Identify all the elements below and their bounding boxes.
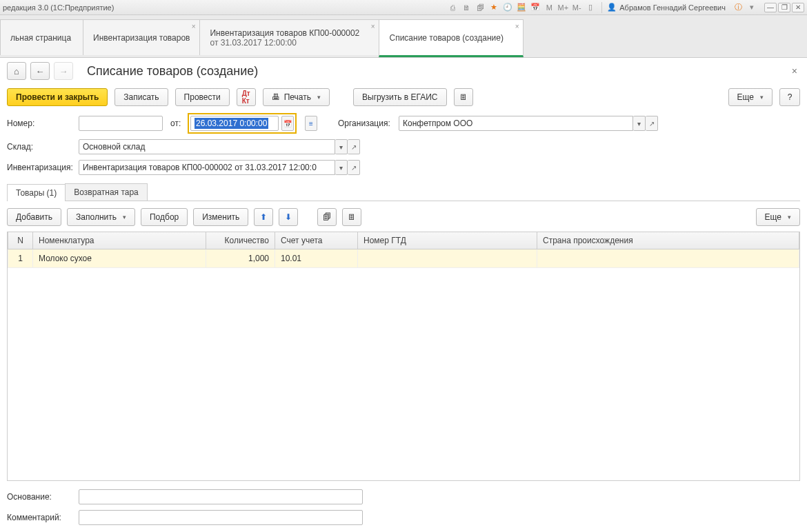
dropdown-icon[interactable]: ▾ xyxy=(335,160,348,175)
tab-writeoff[interactable]: Списание товаров (создание) × xyxy=(379,19,524,57)
caret-down-icon: ▾ xyxy=(123,214,126,221)
org-combo[interactable]: Конфетпром ООО ▾ ↗ xyxy=(399,116,658,131)
inv-combo[interactable]: Инвентаризация товаров КП00-000002 от 31… xyxy=(79,160,360,175)
number-input[interactable] xyxy=(79,116,163,131)
window-titlebar: редакция 3.0 (1С:Предприятие) ⎙ 🗎 🗐 ★ 🕘 … xyxy=(0,0,807,15)
egais-button[interactable]: Выгрузить в ЕГАИС xyxy=(353,88,447,106)
user-icon: 👤 xyxy=(606,2,617,13)
dropdown-icon[interactable]: ▾ xyxy=(335,139,348,154)
tab-inventory[interactable]: Инвентаризация товаров × xyxy=(83,19,199,55)
titlebar-icons: ⎙ 🗎 🗐 ★ 🕘 🧮 📅 M M+ M- ▯ 👤 Абрамов Геннад… xyxy=(447,2,804,13)
dtkt-icon[interactable]: ДтКт xyxy=(237,88,256,106)
table-empty-area xyxy=(8,268,799,480)
post-and-close-button[interactable]: Провести и закрыть xyxy=(7,88,108,106)
move-down-icon[interactable]: ⬇ xyxy=(279,208,298,226)
col-qty[interactable]: Количество xyxy=(206,232,275,249)
comment-label: Комментарий: xyxy=(7,513,74,522)
home-button[interactable]: ⌂ xyxy=(7,62,26,80)
action-toolbar: Провести и закрыть Записать Провести ДтК… xyxy=(7,88,800,106)
close-button[interactable]: ✕ xyxy=(792,3,804,12)
caret-down-icon: ▾ xyxy=(760,94,764,101)
number-label: Номер: xyxy=(7,119,74,128)
minimize-button[interactable]: — xyxy=(764,3,777,12)
m-plus-icon[interactable]: M+ xyxy=(557,2,568,13)
rows-more-button[interactable]: Еще ▾ xyxy=(756,208,800,226)
add-row-button[interactable]: Добавить xyxy=(7,208,61,226)
inv-label: Инвентаризация: xyxy=(7,163,74,172)
tab-main-page[interactable]: льная страница xyxy=(0,19,83,55)
rows-toolbar: Добавить Заполнить ▾ Подбор Изменить ⬆ ⬇… xyxy=(7,208,800,226)
page-title: Списание товаров (создание) xyxy=(87,64,785,79)
maximize-button[interactable]: ❐ xyxy=(778,3,790,12)
star-icon[interactable]: ★ xyxy=(488,2,499,13)
tab-close-icon[interactable]: × xyxy=(371,23,375,30)
copy-rows-icon[interactable]: 🗐 xyxy=(317,208,337,226)
form-footer: Основание: Комментарий: xyxy=(7,489,800,525)
print-button[interactable]: 🖶 Печать ▾ xyxy=(263,88,330,106)
calendar-icon[interactable]: 📅 xyxy=(530,2,541,13)
inv-input[interactable]: Инвентаризация товаров КП00-000002 от 31… xyxy=(79,160,335,175)
printer-icon: 🖶 xyxy=(272,92,280,102)
main-tabs: льная страница Инвентаризация товаров × … xyxy=(0,15,807,58)
page-body: ⌂ ← → Списание товаров (создание) × Пров… xyxy=(0,58,807,532)
pick-button[interactable]: Подбор xyxy=(141,208,188,226)
osnov-input[interactable] xyxy=(79,489,363,504)
org-input[interactable]: Конфетпром ООО xyxy=(399,116,633,131)
open-icon[interactable]: ↗ xyxy=(348,160,360,175)
col-nomen[interactable]: Номенклатура xyxy=(33,232,206,249)
doc-icon[interactable]: 🗎 xyxy=(461,2,472,13)
attach-icon[interactable]: 🗏 xyxy=(454,88,473,106)
m-icon[interactable]: M xyxy=(544,2,555,13)
sub-tabs: Товары (1) Возвратная тара xyxy=(7,183,800,201)
sklad-combo[interactable]: Основной склад ▾ ↗ xyxy=(79,139,360,154)
window-title: редакция 3.0 (1С:Предприятие) xyxy=(3,3,447,12)
sklad-label: Склад: xyxy=(7,142,74,152)
nav-row: ⌂ ← → Списание товаров (создание) × xyxy=(7,62,800,80)
ot-label: от: xyxy=(167,116,183,131)
form-header: Номер: от: 26.03.2017 0:00:00 📅 ≡ Органи… xyxy=(7,113,800,175)
calendar-picker-icon[interactable]: 📅 xyxy=(281,116,294,131)
user-name: Абрамов Геннадий Сергеевич xyxy=(619,3,726,12)
info-icon[interactable]: ⓘ xyxy=(733,2,744,13)
goods-table: N Номенклатура Количество Счет учета Ном… xyxy=(7,232,800,481)
comment-input[interactable] xyxy=(79,510,363,525)
tab-tara[interactable]: Возвратная тара xyxy=(65,183,148,201)
tab-close-icon[interactable]: × xyxy=(515,23,519,30)
date-input[interactable]: 26.03.2017 0:00:00 xyxy=(190,116,279,131)
col-acct[interactable]: Счет учета xyxy=(275,232,358,249)
col-gtd[interactable]: Номер ГТД xyxy=(358,232,537,249)
more-button[interactable]: Еще ▾ xyxy=(728,88,773,106)
save-button[interactable]: Записать xyxy=(114,88,168,106)
list-icon[interactable]: ≡ xyxy=(305,116,317,131)
date-field-highlight: 26.03.2017 0:00:00 📅 xyxy=(188,113,297,134)
col-n[interactable]: N xyxy=(8,232,33,249)
open-icon[interactable]: ↗ xyxy=(348,139,360,154)
tab-close-icon[interactable]: × xyxy=(192,23,196,30)
tab-goods[interactable]: Товары (1) xyxy=(7,184,66,201)
paste-rows-icon[interactable]: 🗏 xyxy=(342,208,361,226)
history-icon[interactable]: 🕘 xyxy=(502,2,513,13)
col-country[interactable]: Страна происхождения xyxy=(537,232,799,249)
org-label: Организация: xyxy=(338,119,395,128)
fill-button[interactable]: Заполнить ▾ xyxy=(67,208,135,226)
copy-icon[interactable]: 🗐 xyxy=(475,2,486,13)
print-icon[interactable]: ⎙ xyxy=(447,2,458,13)
open-icon[interactable]: ↗ xyxy=(646,116,658,131)
page-close-button[interactable]: × xyxy=(789,63,800,79)
tab-inventory-doc[interactable]: Инвентаризация товаров КП00-000002 от 31… xyxy=(199,19,379,55)
change-button[interactable]: Изменить xyxy=(193,208,248,226)
sklad-input[interactable]: Основной склад xyxy=(79,139,335,154)
table-row[interactable]: 1 Молоко сухое 1,000 10.01 xyxy=(8,249,799,268)
calc-icon[interactable]: 🧮 xyxy=(516,2,527,13)
m-minus-icon[interactable]: M- xyxy=(571,2,582,13)
move-up-icon[interactable]: ⬆ xyxy=(254,208,273,226)
user-chip[interactable]: 👤 Абрамов Геннадий Сергеевич xyxy=(601,2,730,13)
back-button[interactable]: ← xyxy=(30,62,50,80)
panels-icon[interactable]: ▯ xyxy=(585,2,596,13)
post-button[interactable]: Провести xyxy=(175,88,230,106)
caret-down-icon: ▾ xyxy=(788,214,791,221)
dropdown-icon[interactable]: ▾ xyxy=(633,116,646,131)
help-button[interactable]: ? xyxy=(779,88,800,106)
dropdown-icon[interactable]: ▾ xyxy=(746,2,757,13)
forward-button[interactable]: → xyxy=(54,62,73,80)
